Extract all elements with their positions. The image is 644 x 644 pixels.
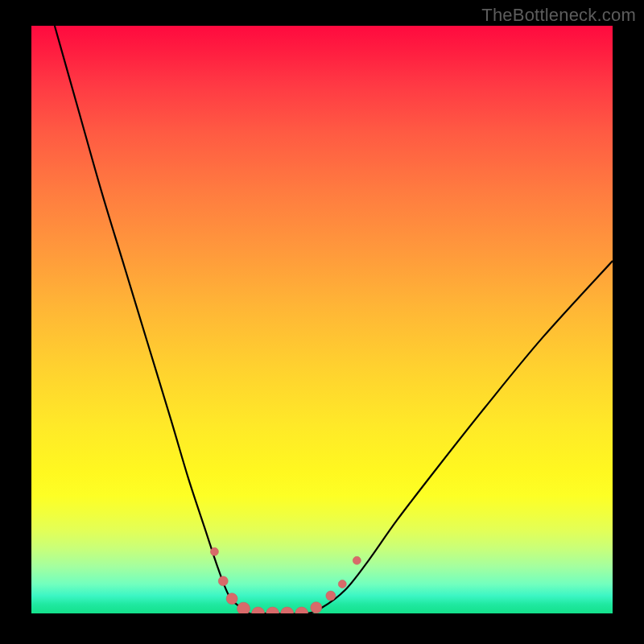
plot-area <box>31 26 613 613</box>
data-marker <box>353 556 361 564</box>
data-marker <box>281 607 294 613</box>
data-marker <box>266 607 279 613</box>
data-marker <box>338 580 346 588</box>
data-marker <box>210 547 218 555</box>
marker-group <box>210 547 361 613</box>
watermark-text: TheBottleneck.com <box>481 5 636 26</box>
curve-group <box>55 26 613 613</box>
data-marker <box>252 607 265 613</box>
bottleneck-curve <box>55 26 613 613</box>
chart-svg <box>31 26 613 613</box>
data-marker <box>218 576 228 586</box>
data-marker <box>237 602 250 613</box>
chart-frame: TheBottleneck.com <box>0 0 644 644</box>
data-marker <box>326 591 336 601</box>
data-marker <box>226 593 237 605</box>
data-marker <box>311 602 322 613</box>
data-marker <box>295 607 308 613</box>
